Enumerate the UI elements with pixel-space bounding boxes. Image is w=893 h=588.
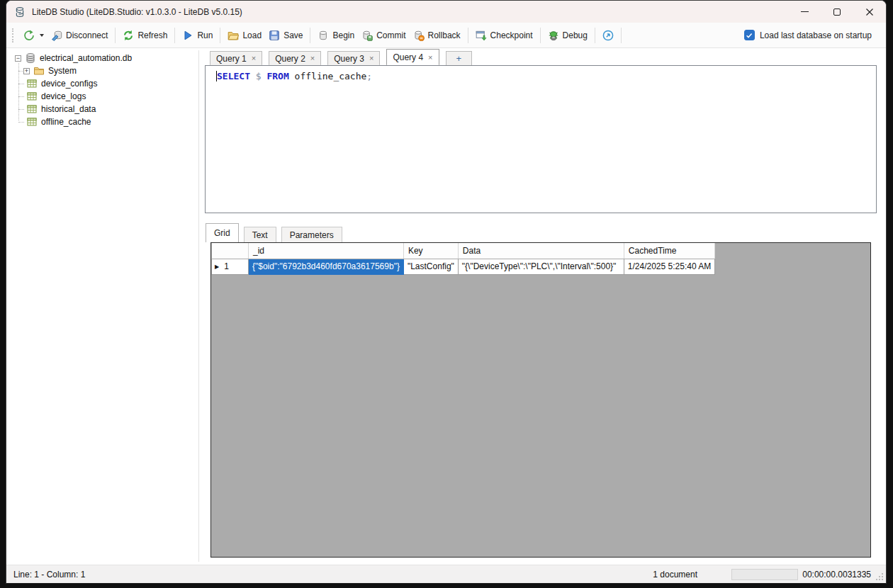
table-icon: [26, 116, 38, 128]
debug-icon: [548, 30, 559, 41]
cell-data[interactable]: "{\"DeviceType\":\"PLC\",\"Interval\":50…: [458, 259, 624, 274]
load-label: Load: [242, 30, 262, 40]
expand-icon[interactable]: +: [23, 68, 30, 74]
tab-query-1[interactable]: Query 1 ×: [210, 51, 262, 65]
close-tab-icon[interactable]: ×: [310, 55, 315, 62]
sql-keyword: SELECT: [217, 71, 256, 81]
toolbar-separator: [468, 28, 468, 43]
grid-header-row: _id Key Data CachedTime: [212, 243, 715, 259]
debug-button[interactable]: Debug: [544, 28, 591, 43]
tab-parameters[interactable]: Parameters: [281, 227, 342, 242]
begin-button[interactable]: Begin: [314, 28, 358, 43]
add-query-tab-button[interactable]: +: [446, 51, 473, 65]
close-tab-icon[interactable]: ×: [252, 55, 256, 62]
run-label: Run: [197, 30, 213, 40]
begin-transaction-icon: [318, 30, 329, 41]
checkmark-icon: [746, 32, 753, 39]
tree-node-historical-data[interactable]: historical_data: [25, 103, 198, 115]
toolbar-grip[interactable]: [12, 28, 13, 43]
tree-node-database[interactable]: − electrical_automation.db: [8, 52, 198, 64]
column-header-key[interactable]: Key: [403, 243, 458, 259]
tree-node-device-logs[interactable]: device_logs: [25, 90, 198, 103]
column-header-cachedtime[interactable]: CachedTime: [624, 243, 714, 259]
tab-text[interactable]: Text: [244, 227, 276, 242]
tab-label: Text: [252, 230, 268, 240]
title-bar: LiteDB Studio (LiteDB.Studio: v1.0.3.0 -…: [6, 1, 886, 23]
tree-node-label: device_logs: [41, 91, 86, 101]
sql-identifier: offline_cache: [295, 71, 367, 81]
close-tab-icon[interactable]: ×: [428, 54, 432, 62]
cursor-position-status: Line: 1 - Column: 1: [13, 570, 85, 579]
tab-grid[interactable]: Grid: [206, 223, 239, 242]
commit-button[interactable]: Commit: [358, 28, 409, 43]
toolbar-separator: [540, 28, 541, 43]
checkpoint-button[interactable]: Checkpoint: [472, 28, 537, 43]
load-button[interactable]: Load: [224, 28, 265, 43]
startup-checkbox[interactable]: [744, 30, 755, 40]
current-row-marker-icon: ▶: [215, 264, 219, 270]
table-icon: [26, 78, 38, 89]
toolbar-separator: [115, 28, 116, 43]
cell-cachedtime[interactable]: 1/24/2025 5:25:40 AM: [624, 259, 714, 274]
chevron-down-icon: [40, 34, 44, 37]
rollback-button[interactable]: Rollback: [410, 28, 464, 43]
tree-node-label: System: [48, 66, 77, 76]
sql-keyword: FROM: [266, 71, 294, 81]
table-icon: [26, 103, 38, 115]
toolbar-separator: [310, 28, 310, 43]
run-icon: [182, 30, 193, 41]
commit-label: Commit: [376, 30, 405, 40]
column-header-id[interactable]: _id: [249, 243, 404, 259]
maximize-button[interactable]: [821, 1, 853, 23]
startup-checkbox-label: Load last database on startup: [760, 30, 872, 40]
load-icon: [228, 30, 239, 41]
save-button[interactable]: Save: [265, 28, 306, 43]
collapse-icon[interactable]: −: [15, 55, 21, 62]
app-logo-icon: [14, 6, 26, 18]
tree-node-system[interactable]: + System: [25, 64, 198, 77]
desktop-background: LiteDB Studio (LiteDB.Studio: v1.0.3.0 -…: [0, 0, 893, 588]
minimize-button[interactable]: [788, 1, 821, 23]
close-tab-icon[interactable]: ×: [369, 55, 374, 62]
begin-label: Begin: [332, 30, 354, 40]
database-tree: − electrical_automation.db +: [8, 50, 199, 562]
save-label: Save: [283, 30, 303, 40]
tab-query-4[interactable]: Query 4 ×: [386, 49, 439, 65]
document-count-status: 1 document: [653, 570, 697, 579]
tab-label: Query 4: [393, 52, 423, 62]
plus-icon: +: [456, 53, 462, 64]
cell-key[interactable]: "LastConfig": [403, 259, 458, 274]
app-window: LiteDB Studio (LiteDB.Studio: v1.0.3.0 -…: [6, 0, 887, 584]
elapsed-time-status: 00:00:00.0031335: [802, 570, 871, 579]
startup-option: Load last database on startup: [744, 30, 879, 40]
result-grid-area: _id Key Data CachedTime ▶: [210, 242, 871, 558]
tab-query-2[interactable]: Query 2 ×: [269, 51, 321, 65]
sql-editor[interactable]: SELECT $ FROM offline_cache;: [205, 65, 877, 213]
window-title: LiteDB Studio (LiteDB.Studio: v1.0.3.0 -…: [32, 7, 242, 17]
close-button[interactable]: [853, 1, 886, 23]
tab-label: Query 3: [334, 54, 364, 64]
open-external-button[interactable]: [599, 28, 617, 43]
tab-label: Parameters: [290, 230, 334, 240]
refresh-button[interactable]: Refresh: [119, 28, 171, 43]
refresh-icon: [123, 30, 134, 41]
debug-label: Debug: [563, 30, 588, 40]
tab-query-3[interactable]: Query 3 ×: [327, 51, 380, 65]
cell-id[interactable]: {"$oid":"6792b3d460fd670a3617569b"}: [249, 259, 404, 274]
checkpoint-label: Checkpoint: [490, 30, 533, 40]
row-header[interactable]: ▶ 1: [212, 259, 249, 274]
main-area: − electrical_automation.db +: [6, 49, 886, 565]
connect-dropdown-button[interactable]: [20, 28, 47, 43]
tree-node-device-configs[interactable]: device_configs: [25, 77, 198, 90]
tree-node-offline-cache[interactable]: offline_cache: [25, 115, 198, 128]
resize-grip[interactable]: [875, 572, 884, 581]
row-number: 1: [224, 261, 229, 271]
toolbar-separator: [220, 28, 220, 43]
disconnect-button[interactable]: Disconnect: [47, 28, 111, 43]
grid-corner-header[interactable]: [212, 243, 249, 259]
column-header-data[interactable]: Data: [458, 243, 624, 259]
tab-label: Grid: [214, 228, 230, 238]
run-button[interactable]: Run: [179, 28, 216, 43]
disconnect-icon: [51, 30, 62, 41]
sql-parameter: $: [256, 71, 267, 81]
